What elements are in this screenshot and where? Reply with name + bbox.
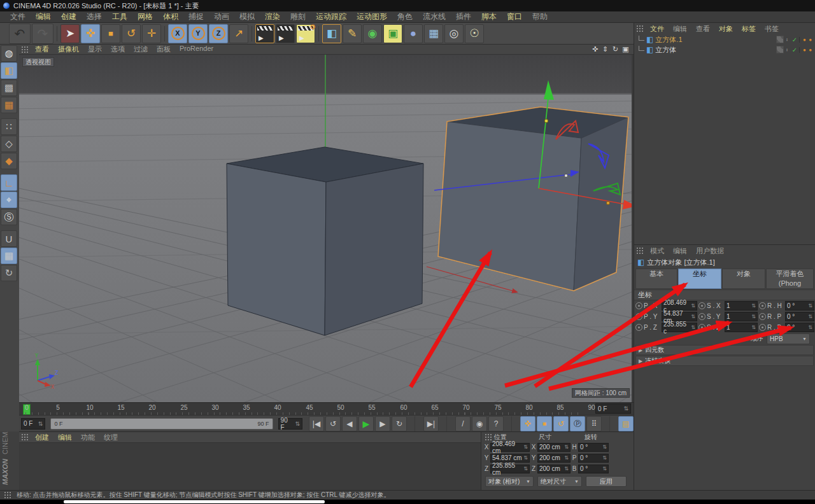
rotation-field[interactable]: 0 °⇅ <box>578 443 609 452</box>
lock-workplane-icon[interactable]: ▦ <box>1 248 17 264</box>
menu-item[interactable]: 帮助 <box>527 11 553 22</box>
viewport-solo-icon[interactable]: ⌖ <box>1 192 17 208</box>
spinner-arrows-icon[interactable]: ⇅ <box>621 405 628 412</box>
position-field[interactable]: 208.469 cm⇅ <box>490 443 530 452</box>
previous-frame-button[interactable]: ◀ <box>342 416 357 431</box>
attribute-menu-item[interactable]: 模式 <box>646 246 669 256</box>
viewport-zoom-icon[interactable]: ⇕ <box>601 45 609 53</box>
viewport-menu-item[interactable]: 显示 <box>83 45 106 54</box>
rotation-field[interactable]: 0 °⇅ <box>578 454 609 463</box>
cube-object[interactable] <box>227 147 423 335</box>
material-menu-item[interactable]: 创建 <box>31 433 53 442</box>
menu-item[interactable]: 雕刻 <box>285 11 311 22</box>
viewport-view-label[interactable]: 透视视图 <box>22 57 54 67</box>
panel-grip[interactable] <box>21 46 29 53</box>
snap-settings-icon[interactable]: Ⓢ <box>1 209 17 225</box>
size-mode-dropdown[interactable]: 绝对尺寸▼ <box>537 476 582 487</box>
menu-item[interactable]: 角色 <box>392 11 418 22</box>
menu-item[interactable]: 渲染 <box>260 11 285 22</box>
panel-grip[interactable] <box>636 25 644 32</box>
object-manager-menu-item[interactable]: 查看 <box>691 24 714 34</box>
position-field[interactable]: 235.855 c⇅ <box>662 323 697 332</box>
last-tool-icon[interactable]: ✛ <box>142 24 161 43</box>
timeline-ruler[interactable]: 051015202530354045505560657075808590 0 F… <box>19 402 634 416</box>
menu-item[interactable]: 编辑 <box>31 11 56 22</box>
points-mode-icon[interactable]: ∷ <box>1 118 17 135</box>
deformer-icon[interactable]: ● <box>404 24 423 43</box>
menu-item[interactable]: 运动跟踪 <box>311 11 351 22</box>
material-menu-item[interactable]: 编辑 <box>53 433 76 442</box>
keyframe-circle-icon[interactable] <box>759 313 766 320</box>
size-field[interactable]: 200 cm⇅ <box>537 465 570 473</box>
toolbar-separator[interactable] <box>55 25 59 43</box>
viewport-menu-item[interactable]: 面板 <box>152 45 175 54</box>
position-field[interactable]: 54.837 cm⇅ <box>490 454 530 463</box>
size-field[interactable]: 200 cm⇅ <box>537 454 570 463</box>
keyframe-position-button[interactable]: ✜ <box>520 416 535 431</box>
attribute-menu-item[interactable]: 用户数据 <box>691 246 728 256</box>
goto-end-button[interactable]: ▶| <box>423 416 439 431</box>
viewport-menu-item[interactable]: 过滤 <box>129 45 152 54</box>
viewport-menu-item[interactable]: 查看 <box>31 45 53 54</box>
coordinate-system-icon[interactable]: ↗ <box>229 24 248 43</box>
rotation-field[interactable]: 0 °⇅ <box>785 312 814 321</box>
play-backwards-button[interactable]: ↺ <box>325 416 341 431</box>
light-icon[interactable]: ☉ <box>465 24 484 43</box>
panel-grip[interactable] <box>485 433 492 441</box>
keyframe-pla-button[interactable]: ⠿ <box>586 416 602 431</box>
add-spline-icon[interactable]: ✎ <box>343 24 362 43</box>
object-manager-menu-item[interactable]: 标签 <box>737 24 760 34</box>
menu-item[interactable]: 体积 <box>158 11 183 22</box>
coordinate-mode-dropdown[interactable]: 对象 (相对)▼ <box>485 476 534 487</box>
autokey-button[interactable]: ◉ <box>472 416 487 431</box>
toolbar-separator[interactable] <box>162 25 167 43</box>
menu-item[interactable]: 模拟 <box>234 11 260 22</box>
phong-tag-icon[interactable]: ● ● <box>799 37 812 43</box>
loop-mode-button[interactable]: ↻ <box>392 416 407 431</box>
live-selection-icon[interactable]: ➤ <box>60 24 80 43</box>
visibility-dots-icon[interactable]: ⠆ <box>786 36 790 43</box>
toolbar-separator[interactable] <box>316 25 321 43</box>
position-field[interactable]: 235.855 cm⇅ <box>490 465 530 473</box>
layer-swatch[interactable] <box>776 36 784 43</box>
spinner-arrows-icon[interactable]: ⇅ <box>292 421 300 427</box>
rotation-field[interactable]: 0 °⇅ <box>785 323 814 332</box>
attribute-tab[interactable]: 坐标 <box>678 269 721 289</box>
enabled-check-icon[interactable]: ✓ <box>792 36 797 43</box>
menu-item[interactable]: 动画 <box>209 11 234 22</box>
apply-button[interactable]: 应用 <box>586 476 627 487</box>
rotation-order-dropdown[interactable]: HPB▼ <box>767 333 810 344</box>
keyframe-circle-icon[interactable] <box>635 302 642 309</box>
toolbar-separator[interactable] <box>250 25 254 43</box>
menu-item[interactable]: 脚本 <box>476 11 502 22</box>
menu-item[interactable]: 捕捉 <box>183 11 209 22</box>
workplane-mode-icon[interactable]: ▦ <box>1 97 17 113</box>
spinner-arrows-icon[interactable]: ⇅ <box>36 421 43 427</box>
keyframe-circle-icon[interactable] <box>759 302 766 309</box>
keyframe-circle-icon[interactable] <box>698 302 705 309</box>
panel-grip[interactable] <box>21 433 29 441</box>
edges-mode-icon[interactable]: ◇ <box>1 136 17 152</box>
material-menu-item[interactable]: 功能 <box>76 433 99 442</box>
viewport-menu-item[interactable]: ProRender <box>175 45 218 54</box>
attribute-tab[interactable]: 对象 <box>722 269 765 289</box>
render-picture-viewer-icon[interactable]: ▶ <box>276 24 295 43</box>
size-field[interactable]: 200 cm⇅ <box>537 443 570 452</box>
object-row[interactable]: ◧ 立方体 ⠆ ✓ ● ● <box>634 45 815 55</box>
object-manager-menu-item[interactable]: 编辑 <box>669 24 691 34</box>
model-mode-icon[interactable]: ◧ <box>1 62 17 79</box>
transport-separator[interactable] <box>505 416 519 430</box>
menu-item[interactable]: 运动图形 <box>351 11 392 22</box>
current-frame-field[interactable]: 0 F⇅ <box>21 418 45 430</box>
planar-workplane-icon[interactable]: ↻ <box>1 265 17 281</box>
environment-icon[interactable]: ▦ <box>424 24 443 43</box>
object-manager-menu-item[interactable]: 对象 <box>714 24 737 34</box>
ruler-current-frame-field[interactable]: 0 F⇅ <box>595 403 631 414</box>
keyframe-scale-button[interactable]: ■ <box>537 416 552 431</box>
array-generator-icon[interactable]: ▣ <box>383 24 402 43</box>
object-manager-menu-item[interactable]: 书签 <box>760 24 783 34</box>
subdivision-surface-icon[interactable]: ◉ <box>363 24 382 43</box>
attribute-menu-item[interactable]: 编辑 <box>669 246 691 256</box>
end-frame-field[interactable]: 90 F⇅ <box>278 418 302 430</box>
viewport-rotate-icon[interactable]: ↻ <box>611 45 620 53</box>
